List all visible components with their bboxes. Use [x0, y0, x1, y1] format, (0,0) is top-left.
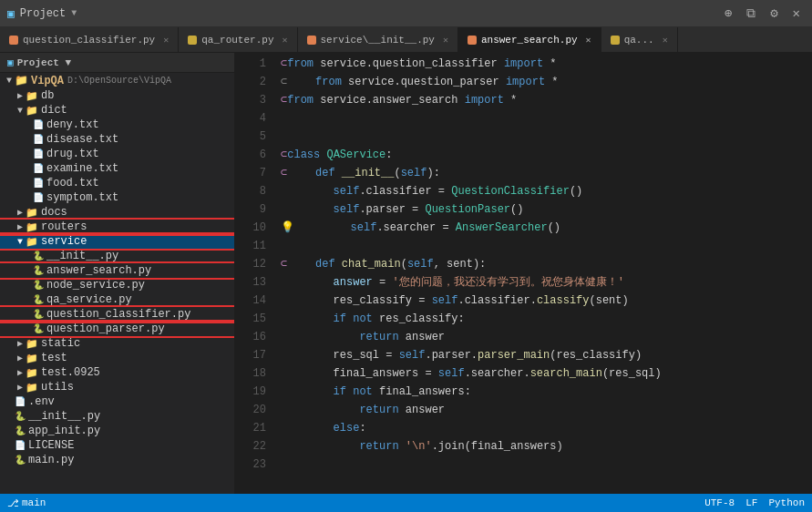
root-path: D:\OpenSource\VipQA — [67, 76, 171, 86]
item-label: __init__.py — [46, 250, 118, 262]
add-icon[interactable]: ⊕ — [720, 4, 736, 23]
item-label: app_init.py — [28, 425, 100, 437]
code-line-8: self.classifier = QuestionClassifier() — [281, 182, 812, 200]
tree-item-docs[interactable]: ▶ 📁 docs — [0, 205, 234, 220]
branch-label: main — [22, 497, 46, 508]
close-icon[interactable]: ✕ — [788, 4, 805, 23]
tree-item-test0925[interactable]: ▶ 📁 test.0925 — [0, 365, 234, 380]
split-icon[interactable]: ⧉ — [742, 5, 760, 23]
arrow-icon: ▼ — [4, 76, 15, 86]
file-icon: 📄 — [33, 119, 44, 130]
lightbulb-icon[interactable]: 💡 — [281, 219, 294, 237]
code-line-2: ⊂ from service.question_parser import * — [281, 73, 812, 91]
item-label: symptom.txt — [46, 191, 118, 204]
tree-item-disease[interactable]: 📄 disease.txt — [0, 132, 234, 147]
file-icon: 📄 — [15, 396, 26, 407]
item-label: question_parser.py — [46, 323, 165, 335]
tree-item-main[interactable]: 🐍 main.py — [0, 453, 234, 467]
tab-close[interactable]: ✕ — [282, 35, 287, 46]
code-line-3: ⊂from service.answer_search import * — [281, 91, 812, 109]
arrow-icon: ▶ — [15, 338, 26, 349]
item-label: db — [41, 89, 54, 102]
code-line-10: 💡 self.searcher = AnswerSearcher() — [281, 219, 812, 237]
item-label: question_classifier.py — [46, 308, 190, 321]
tree-item-deny[interactable]: 📄 deny.txt — [0, 118, 234, 132]
folder-icon: 📁 — [15, 74, 28, 87]
arrow-icon: ▶ — [15, 367, 26, 378]
tab-question-classifier[interactable]: question_classifier.py ✕ — [0, 27, 179, 52]
arrow-icon: ▶ — [15, 353, 26, 364]
tab-close[interactable]: ✕ — [586, 35, 591, 46]
tree-item-db[interactable]: ▶ 📁 db — [0, 88, 234, 103]
code-content[interactable]: ⊂from service.question_classifier import… — [273, 53, 812, 494]
arrow-icon: ▶ — [15, 382, 26, 393]
tab-label: answer_search.py — [481, 35, 578, 46]
tab-answer-search[interactable]: answer_search.py ✕ — [458, 27, 601, 52]
tree-item-test[interactable]: ▶ 📁 test — [0, 351, 234, 365]
code-editor[interactable]: 12345 678910 1112131415 1617181920 21222… — [235, 53, 812, 494]
file-icon: 🐍 — [33, 323, 44, 334]
file-icon: 🐍 — [15, 411, 26, 422]
tree-item-question-parser[interactable]: 🐍 question_parser.py — [0, 322, 234, 336]
tree-item-static[interactable]: ▶ 📁 static — [0, 336, 234, 351]
item-label: routers — [41, 220, 87, 233]
tree-item-dict[interactable]: ▼ 📁 dict — [0, 103, 234, 118]
tree-item-app-init[interactable]: 🐍 app_init.py — [0, 424, 234, 438]
root-label: VipQA — [31, 75, 64, 87]
arrow-icon: ▶ — [15, 221, 26, 232]
item-label: LICENSE — [28, 439, 74, 452]
tab-label: question_classifier.py — [23, 35, 155, 46]
tree-item-qa-service[interactable]: 🐍 qa_service.py — [0, 292, 234, 307]
tab-label: service\__init__.py — [321, 35, 435, 46]
arrow-icon: ▼ — [15, 106, 26, 116]
file-icon: 🐍 — [33, 265, 44, 276]
tab-qa[interactable]: qa... ✕ — [601, 27, 678, 52]
tab-close[interactable]: ✕ — [163, 35, 169, 46]
code-line-12: ⊂ def chat_main(self, sent): — [281, 255, 812, 273]
tree-item-question-classifier[interactable]: 🐍 question_classifier.py — [0, 307, 234, 322]
tree-item-food[interactable]: 📄 food.txt — [0, 176, 234, 190]
tree-item-answer-search[interactable]: 🐍 answer_search.py — [0, 263, 234, 278]
tree-root[interactable]: ▼ 📁 VipQA D:\OpenSource\VipQA — [0, 73, 234, 88]
file-icon: 📄 — [33, 192, 44, 203]
tab-qa-router[interactable]: qa_router.py ✕ — [179, 27, 297, 52]
tab-service-init[interactable]: service\__init__.py ✕ — [298, 27, 458, 52]
tree-item-service[interactable]: ▼ 📁 service — [0, 234, 234, 249]
status-line-ending: LF — [745, 497, 757, 508]
code-line-17: res_sql = self.parser.parser_main(res_cl… — [281, 346, 812, 364]
git-icon: ⎇ — [7, 497, 19, 509]
arrow-icon: ▶ — [15, 90, 26, 101]
item-label: food.txt — [46, 177, 99, 189]
code-line-7: ⊂ def __init__(self): — [281, 164, 812, 182]
tree-item-utils[interactable]: ▶ 📁 utils — [0, 380, 234, 394]
tab-close[interactable]: ✕ — [443, 35, 448, 46]
file-icon: 🐍 — [15, 455, 26, 466]
code-line-11 — [281, 237, 812, 255]
settings-icon[interactable]: ⚙ — [766, 4, 782, 23]
file-icon: 🐍 — [15, 425, 26, 436]
code-line-4 — [281, 109, 812, 128]
item-label: test — [41, 352, 67, 364]
file-icon: 📄 — [15, 440, 26, 451]
top-bar: ▣ Project ▼ ⊕ ⧉ ⚙ ✕ — [0, 0, 812, 27]
project-icon: ▣ — [7, 6, 15, 21]
folder-icon: 📁 — [26, 338, 38, 350]
item-label: dict — [41, 104, 67, 117]
tree-item-license[interactable]: 📄 LICENSE — [0, 438, 234, 453]
tab-label: qa_router.py — [201, 35, 273, 46]
status-encoding: UTF-8 — [704, 497, 735, 508]
tree-item-drug[interactable]: 📄 drug.txt — [0, 147, 234, 161]
project-label: Project — [20, 7, 66, 20]
tree-item-examine[interactable]: 📄 examine.txt — [0, 161, 234, 176]
code-line-18: final_answers = self.searcher.search_mai… — [281, 364, 812, 383]
tree-item-init-py[interactable]: 🐍 __init__.py — [0, 249, 234, 263]
tree-item-symptom[interactable]: 📄 symptom.txt — [0, 190, 234, 205]
file-icon: 📄 — [33, 148, 44, 159]
sidebar-title: Project ▼ — [17, 57, 71, 68]
tree-item-routers[interactable]: ▶ 📁 routers — [0, 220, 234, 234]
tree-item-node-service[interactable]: 🐍 node_service.py — [0, 278, 234, 292]
tree-item-init-root[interactable]: 🐍 __init__.py — [0, 409, 234, 424]
tab-label: qa... — [624, 35, 654, 46]
tab-close[interactable]: ✕ — [663, 35, 668, 46]
tree-item-env[interactable]: 📄 .env — [0, 394, 234, 409]
